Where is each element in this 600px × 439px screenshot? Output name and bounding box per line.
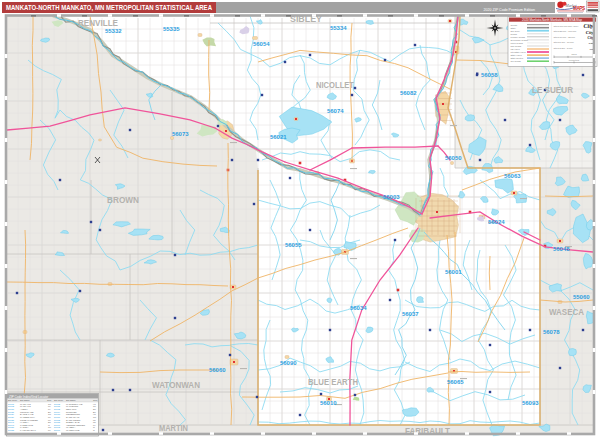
svg-text:56074: 56074 <box>327 108 344 114</box>
svg-text:56055: 56055 <box>285 242 302 248</box>
svg-text:56058: 56058 <box>481 72 498 78</box>
svg-text:55334: 55334 <box>330 25 347 31</box>
svg-text:56001: 56001 <box>445 269 462 275</box>
svg-text:WATONWAN: WATONWAN <box>152 380 200 390</box>
svg-text:56065: 56065 <box>447 379 464 385</box>
svg-text:56048: 56048 <box>553 246 570 252</box>
svg-text:56065: 56065 <box>54 405 61 407</box>
svg-text:SAINT CLAIR: SAINT CLAIR <box>66 416 80 418</box>
svg-text:ZIP Name: ZIP Name <box>66 399 77 401</box>
svg-text:56060: 56060 <box>209 367 226 373</box>
svg-text:56054: 56054 <box>253 41 270 47</box>
svg-text:56078: 56078 <box>543 329 560 335</box>
svg-text:56074: 56074 <box>54 411 61 413</box>
svg-text:56003: 56003 <box>8 405 15 407</box>
svg-text:ZIP Code Index/Grid Locator: ZIP Code Index/Grid Locator <box>9 395 48 399</box>
svg-text:56080: 56080 <box>54 416 61 418</box>
svg-text:56021: 56021 <box>270 134 287 140</box>
svg-text:US Hwys: US Hwys <box>511 48 521 50</box>
svg-text:Primary Roads: Primary Roads <box>511 36 526 38</box>
svg-text:56085: 56085 <box>54 421 61 423</box>
svg-text:MARTIN: MARTIN <box>159 423 188 433</box>
svg-text:56021: 56021 <box>8 411 15 413</box>
svg-text:56034: 56034 <box>350 305 367 311</box>
svg-text:MANKATO: MANKATO <box>20 405 31 407</box>
svg-text:56041: 56041 <box>8 421 15 423</box>
svg-text:56024: 56024 <box>488 219 505 225</box>
svg-text:56050: 56050 <box>8 426 15 428</box>
svg-text:MAPLETON: MAPLETON <box>66 405 78 407</box>
svg-text:BROWN: BROWN <box>107 195 139 205</box>
svg-text:ZIP Code: ZIP Code <box>54 399 64 401</box>
svg-text:56037: 56037 <box>402 311 419 317</box>
svg-text:ZIP Name: ZIP Name <box>20 399 31 401</box>
svg-text:NICOLLET: NICOLLET <box>66 411 77 413</box>
svg-text:NICOLLET: NICOLLET <box>316 79 354 90</box>
svg-text:State Routes: State Routes <box>511 57 525 59</box>
svg-text:56082: 56082 <box>400 90 417 96</box>
svg-text:56050: 56050 <box>445 155 462 161</box>
svg-text:Secondary Roads: Secondary Roads <box>511 39 529 41</box>
svg-text:Toll Roads: Toll Roads <box>511 60 522 62</box>
svg-text:Roads: Roads <box>511 33 518 35</box>
svg-text:City: City <box>584 23 594 29</box>
svg-text:MAPS: MAPS <box>573 6 585 11</box>
svg-text:COURTLAND: COURTLAND <box>20 411 34 413</box>
svg-text:WASECA: WASECA <box>66 426 76 428</box>
svg-text:MANKATO-NORTH MANKATO, MN METR: MANKATO-NORTH MANKATO, MN METROPOLITAN S… <box>6 4 212 12</box>
svg-text:55060: 55060 <box>573 294 590 300</box>
svg-text:Minor Roads: Minor Roads <box>511 42 524 44</box>
svg-text:RENVILLE: RENVILLE <box>78 17 118 28</box>
svg-text:Interstate Hwys: Interstate Hwys <box>511 51 527 53</box>
svg-text:ZIP Code: ZIP Code <box>511 30 521 32</box>
svg-text:56063: 56063 <box>504 173 521 179</box>
svg-text:56034: 56034 <box>8 416 15 418</box>
svg-text:56003: 56003 <box>383 194 400 200</box>
svg-text:56090: 56090 <box>280 360 297 366</box>
svg-text:55332: 55332 <box>105 28 122 34</box>
svg-text:County: County <box>511 24 519 26</box>
svg-text:LE SUEUR: LE SUEUR <box>532 84 573 95</box>
svg-text:56093: 56093 <box>54 426 61 428</box>
svg-text:State Hwys: State Hwys <box>511 54 523 56</box>
svg-text:Rail Roads: Rail Roads <box>511 45 523 47</box>
svg-text:2020 Mankato-North Mankato, MN: 2020 Mankato-North Mankato, MN MSA Map <box>522 18 582 22</box>
svg-text:56073: 56073 <box>172 131 189 137</box>
svg-text:Kilometers: Kilometers <box>569 59 580 61</box>
svg-text:SLEEPY EYE: SLEEPY EYE <box>66 421 80 423</box>
svg-text:HANSKA: HANSKA <box>20 421 30 423</box>
svg-text:BLUE EARTH: BLUE EARTH <box>308 377 358 387</box>
svg-text:ZIP Code: ZIP Code <box>8 399 18 401</box>
svg-text:GARDEN CITY: GARDEN CITY <box>20 416 35 418</box>
svg-text:56093: 56093 <box>522 400 539 406</box>
svg-text:WASECA: WASECA <box>549 307 584 317</box>
svg-text:Miles: Miles <box>571 53 577 55</box>
svg-text:55335: 55335 <box>163 26 180 32</box>
svg-text:2020 ZIP Code Premium Edition: 2020 ZIP Code Premium Edition <box>484 8 535 12</box>
svg-text:56010: 56010 <box>320 400 337 406</box>
svg-text:State: State <box>511 27 517 29</box>
svg-text:KASOTA: KASOTA <box>20 426 29 428</box>
